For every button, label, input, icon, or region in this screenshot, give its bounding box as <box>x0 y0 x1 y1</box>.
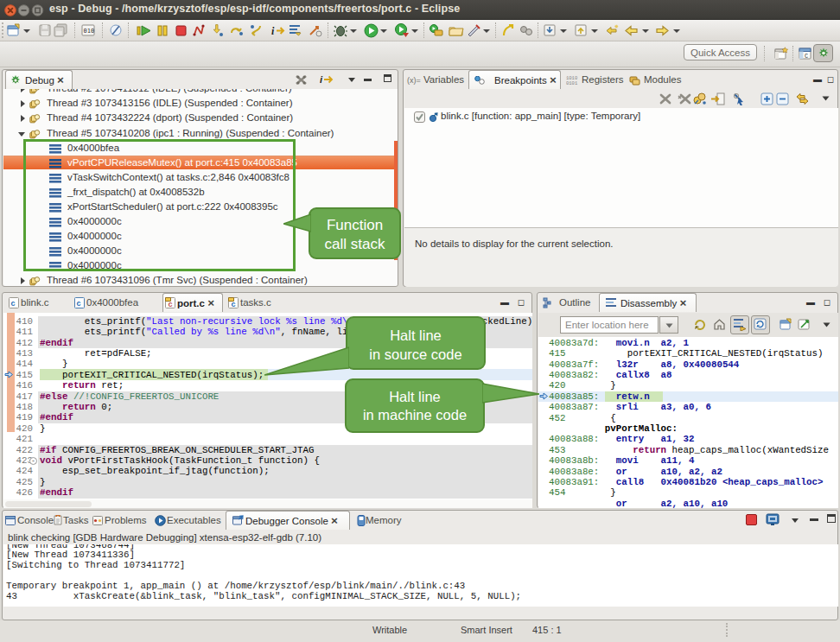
svg-text:c: c <box>11 299 16 308</box>
svg-text:C: C <box>805 53 808 60</box>
svg-text:010: 010 <box>84 28 95 35</box>
svg-text:c: c <box>232 300 236 308</box>
svg-text:c: c <box>169 300 173 308</box>
svg-text:c: c <box>77 299 81 308</box>
svg-text:i: i <box>320 74 323 85</box>
svg-text:i: i <box>271 25 275 37</box>
svg-text:0101: 0101 <box>566 80 578 86</box>
